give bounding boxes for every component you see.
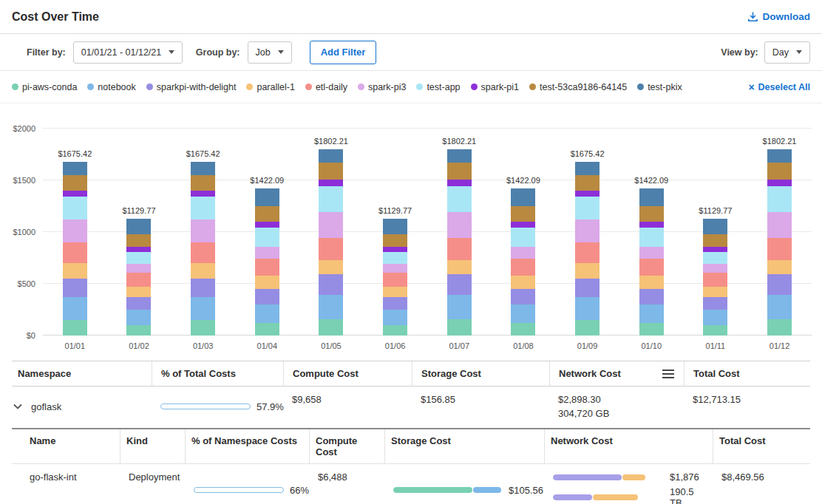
bar-segment-test-pkix[interactable]: [575, 162, 599, 175]
bar-segment-test-app[interactable]: [511, 228, 535, 246]
download-button[interactable]: Download: [747, 11, 811, 22]
bar-segment-sparkpi-with-delight[interactable]: [511, 289, 535, 304]
bar-segment-pi-aws-conda[interactable]: [639, 323, 664, 336]
chevron-down-icon[interactable]: [12, 402, 24, 411]
bar-segment-etl-daily[interactable]: [126, 273, 151, 287]
bar-segment-spark-pi1[interactable]: [447, 180, 472, 187]
bar-segment-sparkpi-with-delight[interactable]: [767, 274, 792, 295]
stacked-bar-01/02[interactable]: [126, 219, 151, 336]
bar-segment-etl-daily[interactable]: [255, 259, 279, 275]
bar-segment-test-53ca9186-64145[interactable]: [447, 163, 472, 179]
date-range-select[interactable]: 01/01/21 - 01/12/21: [73, 41, 183, 64]
bar-segment-spark-pi3[interactable]: [639, 247, 664, 259]
bar-segment-notebook[interactable]: [511, 304, 535, 323]
bar-segment-spark-pi3[interactable]: [383, 264, 407, 272]
bar-segment-sparkpi-with-delight[interactable]: [126, 297, 151, 310]
bar-segment-spark-pi3[interactable]: [63, 219, 87, 242]
bar-segment-spark-pi1[interactable]: [191, 191, 215, 197]
bar-segment-test-app[interactable]: [767, 186, 792, 212]
bar-segment-parallel-1[interactable]: [383, 287, 407, 297]
bar-segment-parallel-1[interactable]: [191, 263, 215, 279]
bar-segment-test-pkix[interactable]: [126, 219, 151, 234]
legend-item-test-53ca9186-64145[interactable]: test-53ca9186-64145: [529, 82, 627, 92]
bar-segment-test-53ca9186-64145[interactable]: [319, 163, 343, 179]
bar-segment-sparkpi-with-delight[interactable]: [575, 279, 599, 297]
stacked-bar-01/01[interactable]: [63, 162, 87, 336]
bar-segment-notebook[interactable]: [447, 295, 472, 319]
bar-segment-etl-daily[interactable]: [639, 259, 664, 275]
bar-segment-etl-daily[interactable]: [767, 238, 792, 259]
bar-segment-notebook[interactable]: [319, 295, 343, 319]
bar-segment-test-pkix[interactable]: [63, 162, 87, 175]
bar-segment-pi-aws-conda[interactable]: [63, 320, 87, 336]
bar-segment-test-pkix[interactable]: [767, 149, 792, 163]
bar-segment-test-53ca9186-64145[interactable]: [126, 234, 151, 247]
bar-segment-parallel-1[interactable]: [511, 276, 535, 289]
bar-segment-notebook[interactable]: [255, 304, 279, 323]
bar-segment-spark-pi3[interactable]: [255, 247, 279, 259]
bar-segment-test-app[interactable]: [383, 252, 407, 265]
bar-segment-test-pkix[interactable]: [639, 188, 664, 206]
bar-segment-parallel-1[interactable]: [703, 287, 727, 297]
bar-segment-test-53ca9186-64145[interactable]: [511, 206, 535, 222]
bar-segment-test-53ca9186-64145[interactable]: [255, 206, 279, 222]
table-menu-icon[interactable]: [662, 369, 675, 379]
bar-segment-etl-daily[interactable]: [319, 238, 343, 259]
bar-segment-notebook[interactable]: [126, 310, 151, 325]
stacked-bar-01/03[interactable]: [191, 162, 215, 336]
bar-segment-spark-pi1[interactable]: [319, 180, 343, 187]
bar-segment-parallel-1[interactable]: [447, 260, 472, 275]
bar-segment-sparkpi-with-delight[interactable]: [703, 297, 727, 310]
bar-segment-test-53ca9186-64145[interactable]: [703, 234, 727, 247]
bar-segment-test-app[interactable]: [255, 228, 279, 246]
bar-segment-spark-pi1[interactable]: [703, 247, 727, 252]
bar-segment-pi-aws-conda[interactable]: [191, 320, 215, 336]
bar-segment-notebook[interactable]: [575, 297, 599, 320]
bar-segment-spark-pi1[interactable]: [639, 222, 664, 228]
bar-segment-test-app[interactable]: [319, 186, 343, 212]
bar-segment-spark-pi1[interactable]: [255, 222, 279, 228]
bar-segment-etl-daily[interactable]: [447, 238, 472, 259]
bar-segment-test-pkix[interactable]: [255, 188, 279, 206]
stacked-bar-01/09[interactable]: [575, 162, 599, 336]
view-by-select[interactable]: Day: [764, 41, 810, 64]
bar-segment-test-53ca9186-64145[interactable]: [191, 175, 215, 191]
bar-segment-pi-aws-conda[interactable]: [383, 325, 407, 336]
bar-segment-sparkpi-with-delight[interactable]: [447, 274, 472, 295]
bar-segment-spark-pi3[interactable]: [511, 247, 535, 259]
bar-segment-spark-pi1[interactable]: [511, 222, 535, 228]
stacked-bar-01/05[interactable]: [319, 149, 343, 336]
bar-segment-sparkpi-with-delight[interactable]: [191, 279, 215, 297]
bar-segment-test-app[interactable]: [575, 197, 599, 219]
bar-segment-notebook[interactable]: [639, 304, 664, 323]
bar-segment-parallel-1[interactable]: [126, 287, 151, 297]
add-filter-button[interactable]: Add Filter: [310, 41, 377, 64]
bar-segment-test-53ca9186-64145[interactable]: [63, 175, 87, 191]
bar-segment-test-pkix[interactable]: [447, 149, 472, 163]
stacked-bar-01/10[interactable]: [639, 188, 664, 336]
bar-segment-pi-aws-conda[interactable]: [703, 325, 727, 336]
bar-segment-spark-pi1[interactable]: [767, 180, 792, 187]
bar-segment-test-pkix[interactable]: [511, 188, 535, 206]
legend-item-sparkpi-with-delight[interactable]: sparkpi-with-delight: [146, 82, 237, 92]
stacked-bar-01/11[interactable]: [703, 219, 727, 336]
bar-segment-test-pkix[interactable]: [191, 162, 215, 175]
bar-segment-pi-aws-conda[interactable]: [319, 319, 343, 336]
bar-segment-etl-daily[interactable]: [63, 242, 87, 263]
bar-segment-notebook[interactable]: [63, 297, 87, 320]
bar-segment-parallel-1[interactable]: [319, 260, 343, 275]
legend-item-spark-pi1[interactable]: spark-pi1: [471, 82, 519, 92]
bar-segment-notebook[interactable]: [767, 295, 792, 319]
bar-segment-pi-aws-conda[interactable]: [511, 323, 535, 336]
bar-segment-test-53ca9186-64145[interactable]: [639, 206, 664, 222]
bar-segment-test-app[interactable]: [191, 197, 215, 219]
stacked-bar-01/06[interactable]: [383, 219, 407, 336]
bar-segment-sparkpi-with-delight[interactable]: [319, 274, 343, 295]
bar-segment-etl-daily[interactable]: [575, 242, 599, 263]
bar-segment-sparkpi-with-delight[interactable]: [639, 289, 664, 304]
bar-segment-parallel-1[interactable]: [767, 260, 792, 275]
bar-segment-pi-aws-conda[interactable]: [126, 325, 151, 336]
bar-segment-spark-pi3[interactable]: [703, 264, 727, 272]
bar-segment-spark-pi1[interactable]: [63, 191, 87, 197]
legend-item-test-app[interactable]: test-app: [416, 82, 460, 92]
